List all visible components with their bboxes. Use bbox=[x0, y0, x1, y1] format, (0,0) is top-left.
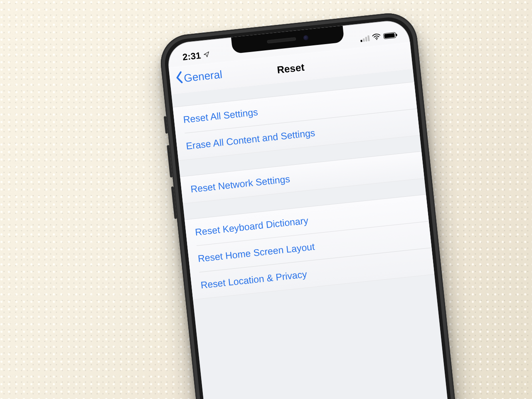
row-label: Reset Location & Privacy bbox=[200, 268, 307, 291]
location-services-icon bbox=[203, 49, 211, 61]
cellular-signal-icon bbox=[360, 35, 370, 42]
row-label: Reset All Settings bbox=[183, 106, 259, 125]
status-time: 2:31 bbox=[182, 50, 202, 63]
row-label: Reset Home Screen Layout bbox=[197, 241, 315, 264]
reset-network-settings-row[interactable]: Reset Network Settings bbox=[180, 151, 424, 203]
svg-point-0 bbox=[376, 39, 377, 40]
battery-icon bbox=[383, 32, 396, 39]
row-label: Reset Network Settings bbox=[190, 173, 291, 195]
earpiece-speaker bbox=[267, 37, 296, 43]
row-label: Erase All Content and Settings bbox=[185, 127, 315, 151]
wifi-icon bbox=[372, 31, 381, 43]
front-camera bbox=[303, 35, 308, 40]
settings-group: Reset Network Settings bbox=[180, 151, 424, 204]
phone-screen: 2:31 bbox=[166, 19, 461, 399]
settings-group: Reset All Settings Erase All Content and… bbox=[173, 82, 420, 161]
row-label: Reset Keyboard Dictionary bbox=[195, 215, 309, 238]
settings-group: Reset Keyboard Dictionary Reset Home Scr… bbox=[185, 194, 434, 300]
settings-content: Reset All Settings Erase All Content and… bbox=[172, 69, 461, 399]
